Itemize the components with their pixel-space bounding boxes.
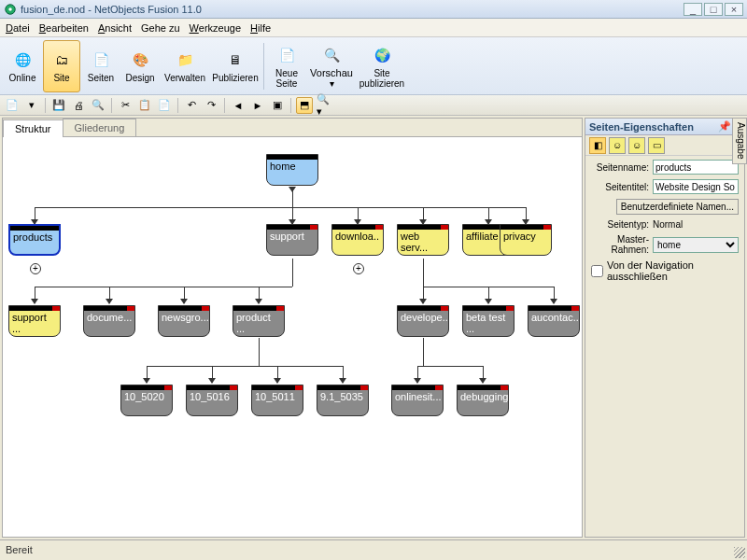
panel-pin-icon[interactable]: 📌 <box>718 120 731 133</box>
earth-icon: 🌍 <box>371 44 393 66</box>
publish-icon: 🖥 <box>224 49 247 71</box>
manage-icon: 📁 <box>174 49 196 71</box>
tab-gliederung[interactable]: Gliederung <box>63 119 137 136</box>
nav-exclude-label: Von der Navigation ausschließen <box>607 259 739 282</box>
node-home[interactable]: home <box>266 154 318 186</box>
tb-print[interactable]: 🖨 <box>70 97 87 114</box>
main-pane: Struktur Gliederung <box>2 118 583 538</box>
panel-title: Seiten-Eigenschaften <box>589 121 694 133</box>
node-aucontac[interactable]: aucontac... <box>528 305 580 337</box>
ptab-page[interactable]: ◧ <box>589 137 606 154</box>
title-bar: fusion_de.nod - NetObjects Fusion 11.0 _… <box>0 0 747 19</box>
ribbon-site[interactable]: 🗂Site <box>43 40 80 92</box>
ribbon-verwalten[interactable]: 📁Verwalten <box>161 40 209 92</box>
tb-last[interactable]: ▣ <box>269 97 286 114</box>
node-products[interactable]: products <box>8 224 61 256</box>
node-product[interactable]: product ... <box>233 305 285 337</box>
properties-panel: Seiten-Eigenschaften 📌 × ◧ ☺ ☺ ▭ ▾ Seite… <box>585 118 745 538</box>
status-text: Bereit <box>6 544 33 555</box>
panel-title-bar: Seiten-Eigenschaften 📌 × <box>585 119 744 135</box>
ribbon-site-publizieren[interactable]: 🌍Site publizieren <box>358 40 406 92</box>
master-label: Master-Rahmen: <box>591 234 649 255</box>
ribbon-neue-seite[interactable]: 📄Neue Seite <box>268 40 305 92</box>
node-privacy[interactable]: privacy <box>500 224 552 256</box>
node-webserv[interactable]: web serv... <box>397 224 449 256</box>
menu-hilfe[interactable]: Hilfe <box>250 22 271 34</box>
menu-ansicht[interactable]: Ansicht <box>98 22 132 34</box>
view-tabs: Struktur Gliederung <box>3 119 582 137</box>
nav-exclude-row: Von der Navigation ausschließen <box>591 259 739 282</box>
tb-save[interactable]: 💾 <box>50 97 67 114</box>
minimize-button[interactable]: _ <box>684 3 702 16</box>
tb-undo[interactable]: ↶ <box>183 97 200 114</box>
design-icon: 🎨 <box>129 49 151 71</box>
node-docume[interactable]: docume... <box>83 305 135 337</box>
expand-products-icon[interactable]: + <box>30 263 41 274</box>
tb-cut[interactable]: ✂ <box>117 97 134 114</box>
node-10-5016[interactable]: 10_5016 <box>186 385 238 416</box>
ribbon-seiten[interactable]: 📄Seiten <box>82 40 120 92</box>
panel-tabs: ◧ ☺ ☺ ▭ ▾ <box>585 135 744 156</box>
ptab-4[interactable]: ▭ <box>648 137 665 154</box>
maximize-button[interactable]: □ <box>704 3 723 16</box>
node-onlinesit[interactable]: onlinesit... <box>391 385 444 416</box>
tb-new[interactable]: 📄 <box>4 97 21 114</box>
tb-preview[interactable]: 🔍 <box>90 97 106 114</box>
node-support2[interactable]: support ... <box>8 305 61 337</box>
node-develope[interactable]: develope... <box>397 305 449 337</box>
seitenname-input[interactable] <box>653 160 739 175</box>
status-bar: Bereit <box>0 539 747 558</box>
menu-werkzeuge[interactable]: Werkzeuge <box>190 22 241 34</box>
globe-icon: 🌐 <box>11 49 34 71</box>
expand-downloa-icon[interactable]: + <box>353 263 364 274</box>
tb-zoom-dd[interactable]: 🔍▾ <box>316 97 332 114</box>
tb-back[interactable]: ◄ <box>230 97 247 114</box>
new-page-icon: 📄 <box>275 44 298 66</box>
tb-paste[interactable]: 📄 <box>156 97 173 114</box>
node-10-5020[interactable]: 10_5020 <box>120 385 173 416</box>
node-betatest[interactable]: beta test ... <box>462 305 514 337</box>
svg-point-1 <box>8 7 12 11</box>
seitenname-label: Seitenname: <box>591 162 649 173</box>
page-icon: 📄 <box>90 49 112 71</box>
benutzerdef-button[interactable]: Benutzerdefiniete Namen... <box>616 199 739 215</box>
node-downloa[interactable]: downloa.. <box>331 224 384 256</box>
ptab-3[interactable]: ☺ <box>628 137 645 154</box>
ribbon-online[interactable]: 🌐Online <box>4 40 41 92</box>
master-select[interactable]: home <box>653 237 739 253</box>
preview-icon: 🔍 <box>320 44 343 66</box>
node-newsgro[interactable]: newsgro... <box>158 305 210 337</box>
node-91-5035[interactable]: 9.1_5035 <box>317 385 369 416</box>
menu-datei[interactable]: Datei <box>6 22 30 34</box>
ribbon-separator <box>263 43 264 90</box>
sitemap-icon: 🗂 <box>50 49 73 71</box>
secondary-toolbar: 📄 ▾ 💾 🖨 🔍 ✂ 📋 📄 ↶ ↷ ◄ ► ▣ ⬒ 🔍▾ <box>0 95 747 116</box>
ausgabe-tab[interactable]: Ausgabe <box>732 118 747 164</box>
seitentyp-value: Normal <box>653 219 683 230</box>
menu-bearbeiten[interactable]: Bearbeiten <box>39 22 89 34</box>
site-structure-canvas[interactable]: home products + support downloa.. + web … <box>3 137 582 537</box>
ptab-2[interactable]: ☺ <box>609 137 626 154</box>
app-icon <box>4 3 17 16</box>
tb-redo[interactable]: ↷ <box>203 97 219 114</box>
menu-gehezu[interactable]: Gehe zu <box>141 22 180 34</box>
node-support[interactable]: support <box>266 224 318 256</box>
ribbon-vorschau[interactable]: 🔍Vorschau ▾ <box>307 40 356 92</box>
resize-grip-icon[interactable] <box>734 547 745 558</box>
tb-fwd[interactable]: ► <box>249 97 266 114</box>
tab-struktur[interactable]: Struktur <box>3 119 63 137</box>
node-debugging[interactable]: debugging <box>457 385 509 416</box>
seitentyp-label: Seitentyp: <box>591 219 649 230</box>
seitentitel-input[interactable] <box>653 179 739 194</box>
tb-copy[interactable]: 📋 <box>136 97 153 114</box>
tb-new-dd[interactable]: ▾ <box>23 97 40 114</box>
menu-bar: Datei Bearbeiten Ansicht Gehe zu Werkzeu… <box>0 19 747 37</box>
tb-structure-view[interactable]: ⬒ <box>296 97 313 114</box>
close-button[interactable]: × <box>725 3 743 16</box>
window-title: fusion_de.nod - NetObjects Fusion 11.0 <box>21 4 682 15</box>
ribbon-publizieren[interactable]: 🖥Publizieren <box>211 40 260 92</box>
seitentitel-label: Seitentitel: <box>591 182 649 192</box>
ribbon-design[interactable]: 🎨Design <box>121 40 159 92</box>
node-10-5011[interactable]: 10_5011 <box>251 385 303 416</box>
nav-exclude-checkbox[interactable] <box>591 265 603 277</box>
